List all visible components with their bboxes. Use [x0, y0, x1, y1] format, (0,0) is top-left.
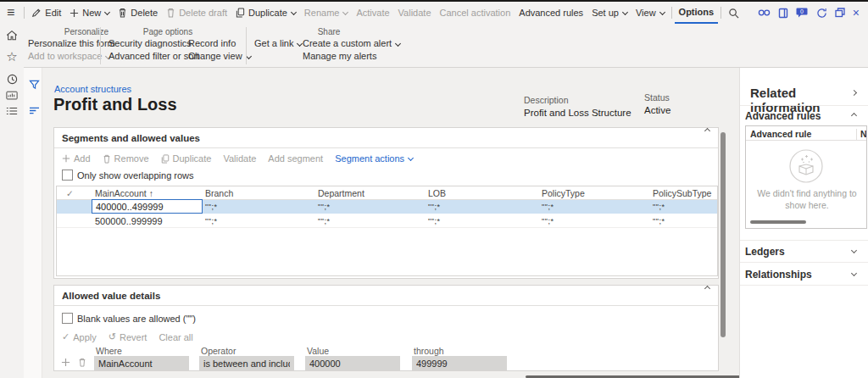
change-view-button[interactable]: Change view	[188, 51, 251, 61]
workspaces-icon[interactable]	[5, 89, 19, 103]
trash-icon	[103, 154, 111, 164]
delete-draft-button[interactable]: Delete draft	[162, 2, 231, 24]
get-a-link-button[interactable]: Get a link	[254, 38, 302, 48]
app-box-icon[interactable]	[778, 8, 788, 19]
add-to-workspace-button[interactable]: Add to workspace	[28, 51, 110, 61]
divider	[671, 7, 672, 19]
clear-all-button[interactable]: Clear all	[159, 332, 192, 342]
department-cell[interactable]: "";*	[318, 203, 330, 211]
divider	[54, 305, 718, 306]
policytype-cell[interactable]: "";*	[542, 217, 554, 225]
hamburger-menu-icon[interactable]: ≡	[0, 2, 21, 24]
branch-cell[interactable]: "";*	[205, 217, 217, 225]
select-all-check-icon[interactable]: ✓	[66, 188, 74, 198]
advanced-rules-section-header[interactable]: Advanced rules	[745, 110, 821, 122]
remove-button[interactable]: Remove	[103, 153, 149, 164]
column-header-policytype[interactable]: PolicyType	[542, 188, 585, 198]
set-up-button[interactable]: Set up	[587, 2, 632, 24]
options-tab[interactable]: Options	[675, 2, 719, 24]
delete-condition-icon[interactable]	[75, 355, 89, 369]
column-header-mainaccount[interactable]: MainAccount ↑	[95, 188, 153, 198]
cancel-activation-button[interactable]: Cancel activation	[436, 2, 515, 24]
apply-button[interactable]: ✓Apply	[62, 331, 97, 342]
infinity-icon[interactable]	[758, 8, 771, 18]
home-icon[interactable]	[5, 28, 19, 42]
lob-cell[interactable]: "";*	[428, 203, 440, 211]
security-diagnostics-button[interactable]: Security diagnostics	[108, 38, 192, 48]
recent-clock-icon[interactable]	[5, 72, 19, 86]
edit-button[interactable]: Edit	[27, 2, 65, 24]
segment-actions-button[interactable]: Segment actions	[335, 153, 413, 164]
activate-button[interactable]: Activate	[352, 2, 393, 24]
messages-icon[interactable]: 0	[796, 7, 809, 19]
relationships-section-header[interactable]: Relationships	[745, 269, 812, 281]
chevron-down-icon	[104, 8, 110, 14]
ledgers-section-header[interactable]: Ledgers	[745, 246, 785, 258]
add-segment-button[interactable]: Add segment	[268, 153, 323, 164]
column-header-department[interactable]: Department	[318, 188, 364, 198]
search-icon	[728, 8, 739, 19]
operator-field[interactable]	[199, 356, 294, 370]
sort-ascending-icon: ↑	[149, 188, 153, 198]
record-info-button[interactable]: Record info	[188, 38, 236, 48]
blank-values-allowed-checkbox[interactable]	[62, 313, 73, 324]
manage-my-alerts-button[interactable]: Manage my alerts	[303, 51, 376, 61]
duplicate-row-button[interactable]: Duplicate	[161, 153, 212, 164]
grid-horizontal-scrollbar[interactable]	[750, 220, 806, 224]
branch-cell[interactable]: "";*	[205, 203, 217, 211]
search-button[interactable]	[724, 2, 747, 24]
duplicate-button[interactable]: Duplicate	[231, 2, 300, 24]
policysubtype-cell[interactable]: "";*	[653, 203, 665, 211]
close-icon[interactable]: ×	[853, 6, 860, 19]
divider	[246, 27, 247, 64]
advanced-filter-or-sort-button[interactable]: Advanced filter or sort	[108, 51, 199, 61]
column-header-policysubtype[interactable]: PolicySubType	[653, 188, 711, 198]
column-header-advanced-rule[interactable]: Advanced rule	[750, 129, 811, 139]
where-field[interactable]	[94, 356, 189, 370]
status-value: Active	[644, 105, 670, 115]
plus-icon	[62, 154, 70, 163]
view-button[interactable]: View	[632, 2, 669, 24]
breadcrumb-account-structures[interactable]: Account structures	[54, 84, 131, 94]
create-custom-alert-button[interactable]: Create a custom alert	[303, 38, 400, 48]
mainaccount-cell-editor[interactable]	[92, 199, 203, 214]
rename-button[interactable]: Rename	[300, 2, 353, 24]
policytype-cell[interactable]: "";*	[542, 203, 554, 211]
column-header-branch[interactable]: Branch	[205, 188, 233, 198]
mainaccount-cell[interactable]: 500000..999999	[95, 216, 163, 226]
validate-button[interactable]: Validate	[223, 153, 256, 164]
grid-row-1[interactable]: "";* "";* "";* "";* "";*	[57, 200, 717, 214]
personalize-this-form-button[interactable]: Personalize this form	[28, 38, 115, 48]
vertical-scrollbar[interactable]	[721, 132, 726, 337]
advanced-rules-button[interactable]: Advanced rules	[515, 2, 587, 24]
related-information-panel: Related information Advanced rules Advan…	[739, 68, 868, 378]
only-show-overlapping-rows-checkbox[interactable]	[62, 170, 73, 181]
through-field[interactable]	[412, 356, 507, 370]
restore-window-icon[interactable]	[835, 8, 845, 18]
collapse-section-icon[interactable]	[704, 128, 710, 134]
chevron-down-icon	[622, 8, 628, 14]
modules-list-icon[interactable]	[5, 104, 19, 118]
column-header-lob[interactable]: LOB	[428, 188, 446, 198]
command-bar: ≡ Edit New Delete Delete draft Duplicate…	[0, 2, 868, 24]
pane-lines-icon[interactable]	[27, 103, 41, 117]
favorites-star-icon[interactable]: ☆	[5, 50, 19, 64]
delete-button[interactable]: Delete	[114, 2, 162, 24]
filter-icon[interactable]	[27, 78, 41, 92]
policysubtype-cell[interactable]: "";*	[653, 217, 665, 225]
validate-button[interactable]: Validate	[394, 2, 436, 24]
refresh-icon[interactable]	[816, 8, 827, 19]
collapse-section-icon[interactable]	[704, 286, 710, 292]
column-header-truncated[interactable]: N	[856, 129, 867, 141]
blank-values-allowed-label: Blank values are allowed ("")	[77, 314, 196, 324]
add-button[interactable]: Add	[62, 153, 91, 164]
department-cell[interactable]: "";*	[318, 217, 330, 225]
revert-button[interactable]: ↺Revert	[108, 331, 147, 342]
lob-cell[interactable]: "";*	[428, 217, 440, 225]
app-window: ≡ Edit New Delete Delete draft Duplicate…	[0, 0, 868, 378]
grid-row-2[interactable]: 500000..999999 "";* "";* "";* "";* "";*	[57, 214, 717, 228]
add-condition-icon[interactable]	[58, 355, 72, 369]
divider	[740, 285, 868, 286]
new-button[interactable]: New	[65, 2, 114, 24]
value-field[interactable]	[305, 356, 400, 370]
